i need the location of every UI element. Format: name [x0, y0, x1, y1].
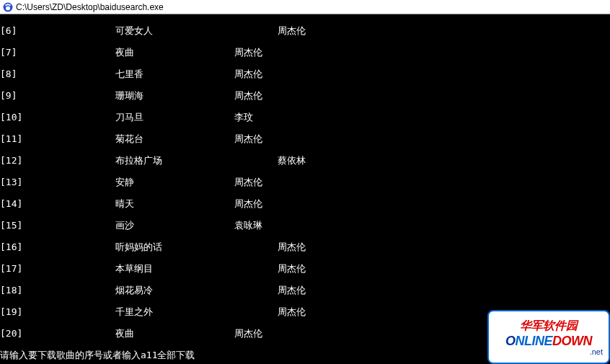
- watermark-cn-text: 华军软件园: [520, 319, 578, 334]
- svg-point-3: [9, 4, 10, 5]
- song-row: [17]本草纲目周杰伦: [0, 263, 610, 274]
- song-row: [13]安静周杰伦: [0, 177, 610, 187]
- song-row: [11]菊花台周杰伦: [0, 133, 610, 144]
- window-title: C:\Users\ZD\Desktop\baidusearch.exe: [16, 2, 164, 12]
- song-row: [16]听妈妈的话周杰伦: [0, 241, 610, 252]
- song-row: [9]珊瑚海周杰伦: [0, 90, 610, 101]
- song-row: [15]画沙袁咏琳: [0, 220, 610, 231]
- song-row: [12]布拉格广场蔡依林: [0, 155, 610, 166]
- app-icon: [3, 2, 13, 12]
- song-row: [7]夜曲周杰伦: [0, 47, 610, 58]
- watermark-net-text: .net: [489, 347, 609, 356]
- svg-point-2: [7, 4, 9, 5]
- watermark-en-text: ONLINEDOWN: [505, 334, 592, 349]
- song-row: [6]可爱女人周杰伦: [0, 25, 610, 36]
- watermark-logo: 华军软件园 ONLINEDOWN .net: [487, 310, 610, 364]
- song-row: [18]烟花易冷周杰伦: [0, 285, 610, 296]
- svg-point-1: [5, 4, 6, 5]
- song-row: [14]晴天周杰伦: [0, 198, 610, 209]
- svg-point-4: [6, 6, 10, 10]
- song-row: [8]七里香周杰伦: [0, 68, 610, 79]
- title-bar: C:\Users\ZD\Desktop\baidusearch.exe: [0, 0, 610, 14]
- song-row: [10]刀马旦李玟: [0, 112, 610, 123]
